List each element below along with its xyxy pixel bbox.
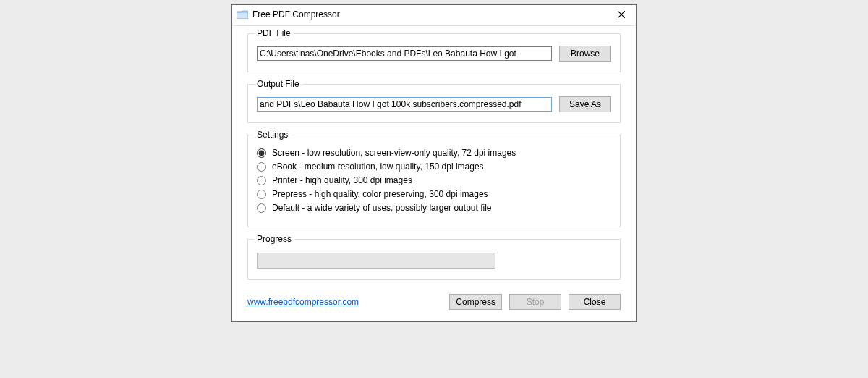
app-window: Free PDF Compressor PDF File Browse Outp… [231,4,637,322]
radio-printer-label: Printer - high quality, 300 dpi images [272,175,412,185]
radio-default-label: Default - a wide variety of uses, possib… [272,203,491,213]
progress-legend: Progress [254,234,294,244]
radio-prepress[interactable]: Prepress - high quality, color preservin… [257,189,611,199]
folder-icon [237,10,248,19]
window-title: Free PDF Compressor [252,9,607,20]
radio-screen-input[interactable] [257,148,266,158]
radio-screen-label: Screen - low resolution, screen-view-onl… [272,148,516,158]
settings-group: Settings Screen - low resolution, screen… [247,135,621,227]
pdf-file-group: PDF File Browse [247,33,621,72]
radio-screen[interactable]: Screen - low resolution, screen-view-onl… [257,148,611,158]
browse-button[interactable]: Browse [559,46,611,62]
footer-row: www.freepdfcompressor.com Compress Stop … [247,291,621,310]
svg-rect-0 [237,12,248,19]
dialog-body: PDF File Browse Output File Save As Sett… [234,25,634,319]
output-file-input[interactable] [257,97,552,112]
pdf-file-input[interactable] [257,46,552,61]
pdf-file-legend: PDF File [254,28,294,38]
compress-button[interactable]: Compress [449,294,502,310]
radio-ebook-label: eBook - medium resolution, low quality, … [272,161,484,172]
website-link[interactable]: www.freepdfcompressor.com [247,297,442,307]
radio-ebook-input[interactable] [257,162,266,172]
radio-prepress-input[interactable] [257,190,266,199]
close-button[interactable]: Close [569,294,621,310]
radio-printer-input[interactable] [257,176,266,185]
output-file-legend: Output File [254,79,302,89]
settings-legend: Settings [254,130,291,140]
progress-bar [257,253,495,269]
radio-default[interactable]: Default - a wide variety of uses, possib… [257,203,611,213]
close-window-button[interactable] [607,5,636,24]
output-file-group: Output File Save As [247,84,621,123]
radio-printer[interactable]: Printer - high quality, 300 dpi images [257,175,611,185]
progress-group: Progress [247,239,621,280]
radio-ebook[interactable]: eBook - medium resolution, low quality, … [257,161,611,172]
close-icon [618,11,625,18]
stop-button: Stop [509,294,561,310]
save-as-button[interactable]: Save As [559,96,611,112]
radio-prepress-label: Prepress - high quality, color preservin… [272,189,488,199]
radio-default-input[interactable] [257,203,266,213]
title-bar: Free PDF Compressor [232,5,636,24]
